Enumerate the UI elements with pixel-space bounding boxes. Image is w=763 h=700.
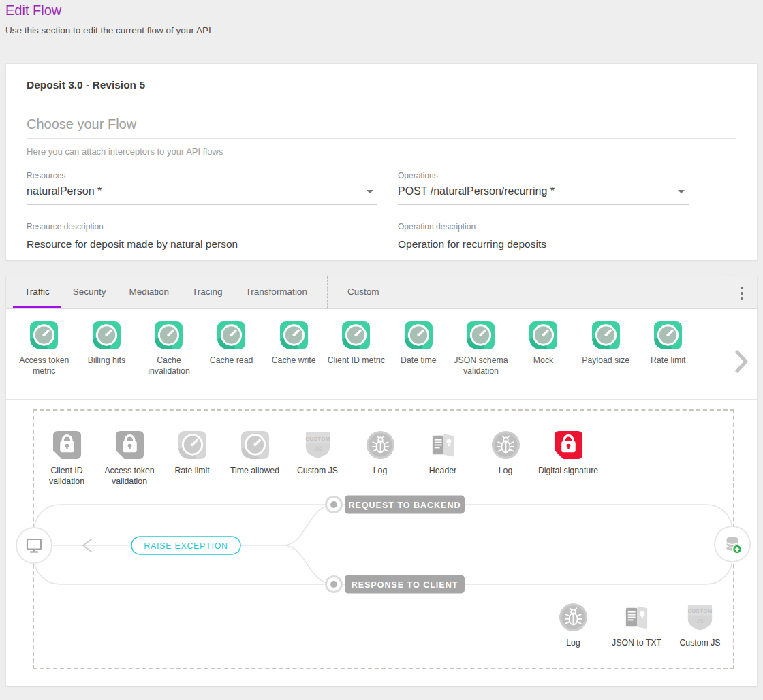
- flow-interceptor-label: Log: [373, 466, 388, 477]
- page-header: Edit Flow Use this section to edit the c…: [5, 3, 211, 35]
- operation-description: Operation description Operation for recu…: [398, 222, 689, 251]
- interceptors-card: Traffic Security Mediation Tracing Trans…: [5, 276, 758, 686]
- operations-select[interactable]: POST /naturalPerson/recurring *: [398, 180, 689, 205]
- tab-mediation[interactable]: Mediation: [118, 276, 181, 308]
- palette-item-label: Cache invalidation: [138, 355, 200, 377]
- flow-interceptor-label: Access token validation: [98, 466, 161, 488]
- tab-custom[interactable]: Custom: [336, 276, 391, 308]
- flow-interceptor[interactable]: Log: [474, 430, 537, 488]
- flow-interceptor-label: Log: [566, 638, 580, 649]
- palette-item-label: Access token metric: [13, 355, 76, 377]
- kebab-menu-icon[interactable]: [739, 285, 745, 301]
- flow-interceptor[interactable]: Log: [349, 430, 411, 488]
- bug-icon: [365, 430, 396, 460]
- flow-select-row: Resources naturalPerson * Operations POS…: [27, 171, 736, 205]
- gauge-icon: [153, 320, 184, 351]
- request-flow-interceptors: Client ID validation Access token valida…: [35, 430, 600, 488]
- palette-item-label: Client ID metric: [328, 355, 385, 366]
- palette-item[interactable]: JSON schema validation: [450, 320, 512, 399]
- caret-down-icon: [678, 190, 685, 193]
- interceptor-tabbar: Traffic Security Mediation Tracing Trans…: [6, 276, 757, 309]
- page-subtitle: Use this section to edit the current flo…: [5, 25, 211, 35]
- api-revision-title: Deposit 3.0 - Revision 5: [27, 79, 736, 91]
- document-icon: [621, 602, 652, 633]
- response-node[interactable]: [326, 577, 342, 592]
- gauge-icon: [29, 320, 59, 351]
- tab-traffic[interactable]: Traffic: [13, 276, 61, 308]
- palette-item[interactable]: Cache read: [200, 320, 263, 399]
- resources-label: Resources: [27, 171, 377, 180]
- palette-item[interactable]: Cache write: [262, 320, 325, 399]
- operation-description-value: Operation for recurring deposits: [398, 238, 689, 251]
- palette-item[interactable]: Client ID metric: [325, 320, 388, 399]
- flow-interceptor[interactable]: Custom JS: [286, 430, 349, 488]
- palette-item-label: Date time: [401, 355, 437, 366]
- request-to-backend-pill[interactable]: REQUEST TO BACKEND: [345, 496, 465, 514]
- response-flow-interceptors: Log JSON to TXT Custom JS: [542, 602, 732, 649]
- flow-interceptor[interactable]: Time allowed: [223, 430, 286, 488]
- flow-interceptor-label: Client ID validation: [35, 466, 98, 488]
- resources-select[interactable]: naturalPerson *: [27, 180, 377, 205]
- flow-canvas: RAISE EXCEPTION REQUEST TO BACKEND RESPO…: [33, 409, 734, 669]
- palette-item-label: Cache read: [210, 355, 253, 366]
- palette-item[interactable]: Rate limit: [637, 320, 700, 399]
- palette-item[interactable]: Access token metric: [13, 320, 76, 399]
- flow-interceptor[interactable]: Client ID validation: [35, 430, 98, 488]
- palette-item-label: Mock: [533, 355, 553, 366]
- tab-tracing[interactable]: Tracing: [181, 276, 234, 308]
- gauge-icon: [240, 430, 270, 460]
- tab-transformation[interactable]: Transformation: [234, 276, 319, 308]
- palette-item[interactable]: Cache invalidation: [138, 320, 200, 399]
- bug-icon: [558, 602, 589, 633]
- palette-item-label: Payload size: [582, 355, 629, 366]
- palette-item[interactable]: Payload size: [574, 320, 637, 399]
- choose-flow-card: Deposit 3.0 - Revision 5 Choose your Flo…: [5, 63, 758, 261]
- lock-icon: [52, 430, 82, 460]
- palette-item-label: JSON schema validation: [450, 355, 512, 377]
- tab-security[interactable]: Security: [61, 276, 118, 308]
- custom-js-icon: [302, 430, 333, 460]
- raise-exception-pill[interactable]: RAISE EXCEPTION: [131, 537, 240, 554]
- flow-interceptor-label: Log: [499, 466, 513, 477]
- custom-js-icon: [685, 602, 715, 633]
- flow-interceptor[interactable]: Digital signature: [537, 430, 600, 488]
- flow-interceptor-label: Digital signature: [538, 466, 598, 477]
- gauge-icon: [216, 320, 247, 351]
- palette-item-label: Billing hits: [88, 355, 125, 366]
- gauge-icon: [591, 320, 621, 351]
- flow-interceptor[interactable]: Access token validation: [98, 430, 161, 488]
- chevron-right-icon[interactable]: [735, 350, 749, 376]
- digital-signature-lock-icon: [553, 430, 584, 460]
- resource-description: Resource description Resource for deposi…: [27, 222, 377, 251]
- request-to-backend-label: REQUEST TO BACKEND: [348, 500, 461, 510]
- palette-item[interactable]: Date time: [388, 320, 450, 399]
- palette-item[interactable]: Mock: [512, 320, 575, 399]
- flow-interceptor-label: JSON to TXT: [612, 638, 661, 649]
- flow-interceptor[interactable]: Log: [542, 602, 605, 649]
- flow-interceptor[interactable]: Header: [411, 430, 474, 488]
- flow-interceptor[interactable]: JSON to TXT: [605, 602, 668, 649]
- flow-interceptor-label: Custom JS: [297, 466, 338, 477]
- gauge-icon: [465, 320, 496, 351]
- operations-select-value: POST /naturalPerson/recurring *: [398, 185, 555, 197]
- gauge-icon: [279, 320, 309, 351]
- caret-down-icon: [367, 190, 373, 193]
- flow-interceptor[interactable]: Rate limit: [161, 430, 223, 488]
- tab-group-divider: [327, 276, 328, 308]
- flow-section-title: Choose your Flow: [27, 116, 736, 139]
- palette-item[interactable]: Billing hits: [76, 320, 138, 399]
- request-node[interactable]: [326, 497, 342, 513]
- operation-description-label: Operation description: [398, 222, 689, 232]
- gauge-icon: [177, 430, 208, 460]
- flow-interceptor[interactable]: Custom JS: [668, 602, 732, 649]
- document-icon: [428, 430, 458, 460]
- flow-section-hint: Here you can attach interceptors to your…: [27, 146, 736, 157]
- flow-interceptor-label: Rate limit: [174, 466, 209, 477]
- operations-field: Operations POST /naturalPerson/recurring…: [398, 171, 689, 205]
- gauge-icon: [91, 320, 122, 351]
- response-to-client-pill[interactable]: RESPONSE TO CLIENT: [345, 575, 465, 594]
- database-add-icon[interactable]: [715, 526, 750, 562]
- resource-description-label: Resource description: [27, 222, 377, 232]
- resource-description-value: Resource for deposit made by natural per…: [27, 238, 377, 251]
- operations-label: Operations: [398, 171, 689, 180]
